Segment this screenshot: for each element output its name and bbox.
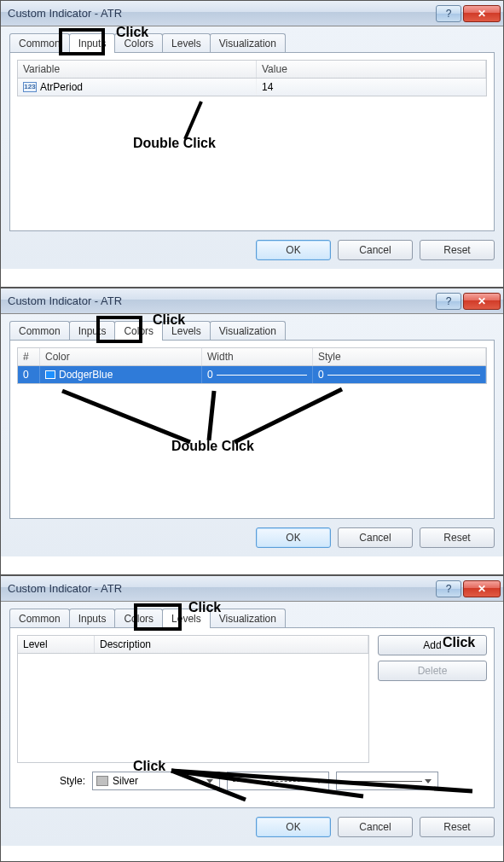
style-dash-combo[interactable]	[227, 772, 329, 790]
dialog-body: Common Inputs Colors Levels Visualizatio…	[1, 26, 503, 269]
thin-line-icon	[342, 781, 422, 782]
variable-value[interactable]: 14	[257, 79, 486, 96]
tab-colors[interactable]: Colors	[114, 609, 163, 628]
chevron-down-icon	[204, 775, 216, 787]
reset-button[interactable]: Reset	[420, 240, 495, 260]
row-num: 0	[18, 366, 40, 383]
close-icon: ✕	[478, 583, 486, 595]
style-label: Style:	[17, 775, 85, 787]
dialog-inputs: Custom Indicator - ATR ? ✕ Common Inputs…	[0, 0, 504, 288]
col-num: #	[18, 348, 40, 365]
dialog-body: Common Inputs Colors Levels Visualizatio…	[1, 314, 503, 556]
titlebar: Custom Indicator - ATR ? ✕	[1, 288, 503, 314]
col-level: Level	[18, 636, 95, 653]
integer-type-icon: 123	[23, 82, 37, 92]
tab-visualization[interactable]: Visualization	[210, 609, 286, 628]
variable-name: AtrPeriod	[40, 81, 83, 93]
cancel-button[interactable]: Cancel	[338, 817, 413, 837]
colors-panel: # Color Width Style 0 DodgerBlue 0 0	[9, 340, 495, 519]
tabstrip: Common Inputs Colors Levels Visualizatio…	[9, 609, 495, 628]
dialog-colors: Custom Indicator - ATR ? ✕ Common Inputs…	[0, 288, 504, 575]
inputs-row[interactable]: 123 AtrPeriod 14	[17, 79, 487, 96]
row-width[interactable]: 0	[202, 366, 313, 383]
help-icon: ?	[446, 8, 452, 20]
chevron-down-icon	[422, 775, 434, 787]
dialog-body: Common Inputs Colors Levels Visualizatio…	[1, 602, 503, 846]
help-icon: ?	[446, 295, 452, 307]
delete-button[interactable]: Delete	[378, 661, 487, 681]
levels-panel: Level Description Add Delete Style: Silv…	[9, 627, 495, 808]
col-color: Color	[40, 348, 202, 365]
window-title: Custom Indicator - ATR	[8, 582, 436, 595]
chevron-down-icon	[313, 775, 325, 787]
color-swatch-icon	[45, 370, 55, 379]
dialog-levels: Custom Indicator - ATR ? ✕ Common Inputs…	[0, 575, 504, 862]
row-style[interactable]: 0	[313, 366, 486, 383]
col-variable: Variable	[18, 61, 257, 78]
col-width: Width	[202, 348, 313, 365]
style-row: Style: Silver	[17, 772, 487, 790]
close-button[interactable]: ✕	[463, 293, 501, 310]
button-row: OK Cancel Reset	[9, 231, 495, 260]
tab-inputs[interactable]: Inputs	[69, 321, 116, 341]
tabstrip: Common Inputs Colors Levels Visualizatio…	[9, 321, 495, 341]
help-icon: ?	[446, 583, 452, 595]
window-title: Custom Indicator - ATR	[8, 294, 436, 307]
close-icon: ✕	[478, 295, 486, 307]
reset-button[interactable]: Reset	[420, 817, 495, 837]
tab-common[interactable]: Common	[9, 33, 70, 53]
colors-grid-header: # Color Width Style	[17, 347, 487, 366]
row-color[interactable]: DodgerBlue	[40, 366, 202, 383]
col-value: Value	[257, 61, 486, 78]
tab-levels[interactable]: Levels	[162, 609, 211, 628]
help-button[interactable]: ?	[436, 293, 461, 310]
cancel-button[interactable]: Cancel	[338, 527, 413, 548]
col-description: Description	[95, 636, 368, 653]
tab-inputs[interactable]: Inputs	[69, 609, 116, 628]
colors-row[interactable]: 0 DodgerBlue 0 0	[17, 366, 487, 384]
color-name: DodgerBlue	[59, 369, 113, 381]
dash-line-icon	[233, 781, 313, 782]
inputs-panel: Variable Value 123 AtrPeriod 14	[9, 52, 495, 231]
titlebar-buttons: ? ✕	[436, 293, 503, 310]
tab-colors[interactable]: Colors	[114, 321, 163, 341]
titlebar: Custom Indicator - ATR ? ✕	[1, 576, 503, 602]
tab-common[interactable]: Common	[9, 609, 70, 628]
add-button[interactable]: Add	[378, 635, 487, 655]
silver-swatch-icon	[96, 776, 108, 786]
levels-grid-header: Level Description	[18, 636, 368, 654]
col-style: Style	[313, 348, 486, 365]
ok-button[interactable]: OK	[256, 527, 331, 548]
tab-visualization[interactable]: Visualization	[210, 321, 286, 341]
width-line-icon	[217, 375, 307, 376]
levels-grid[interactable]: Level Description	[17, 635, 369, 763]
level-side-buttons: Add Delete	[378, 635, 487, 763]
titlebar-buttons: ? ✕	[436, 5, 503, 22]
levels-container: Level Description Add Delete	[17, 635, 487, 763]
tab-visualization[interactable]: Visualization	[210, 33, 286, 53]
cancel-button[interactable]: Cancel	[338, 240, 413, 260]
style-color-text: Silver	[113, 775, 138, 787]
tab-colors[interactable]: Colors	[114, 33, 163, 53]
tab-inputs[interactable]: Inputs	[69, 33, 116, 53]
titlebar-buttons: ? ✕	[436, 580, 503, 597]
style-width-combo[interactable]	[336, 772, 438, 790]
button-row: OK Cancel Reset	[9, 808, 495, 837]
ok-button[interactable]: OK	[256, 817, 331, 837]
style-color-combo[interactable]: Silver	[92, 772, 220, 790]
tab-levels[interactable]: Levels	[162, 321, 211, 341]
titlebar: Custom Indicator - ATR ? ✕	[1, 1, 503, 26]
tabstrip: Common Inputs Colors Levels Visualizatio…	[9, 33, 495, 53]
help-button[interactable]: ?	[436, 580, 461, 597]
close-button[interactable]: ✕	[463, 5, 501, 22]
close-icon: ✕	[478, 8, 486, 20]
ok-button[interactable]: OK	[256, 240, 331, 260]
style-line-icon	[327, 375, 480, 376]
inputs-grid-header: Variable Value	[17, 60, 487, 79]
help-button[interactable]: ?	[436, 5, 461, 22]
tab-levels[interactable]: Levels	[162, 33, 211, 53]
reset-button[interactable]: Reset	[420, 527, 495, 548]
tab-common[interactable]: Common	[9, 321, 70, 341]
close-button[interactable]: ✕	[463, 580, 501, 597]
button-row: OK Cancel Reset	[9, 519, 495, 548]
